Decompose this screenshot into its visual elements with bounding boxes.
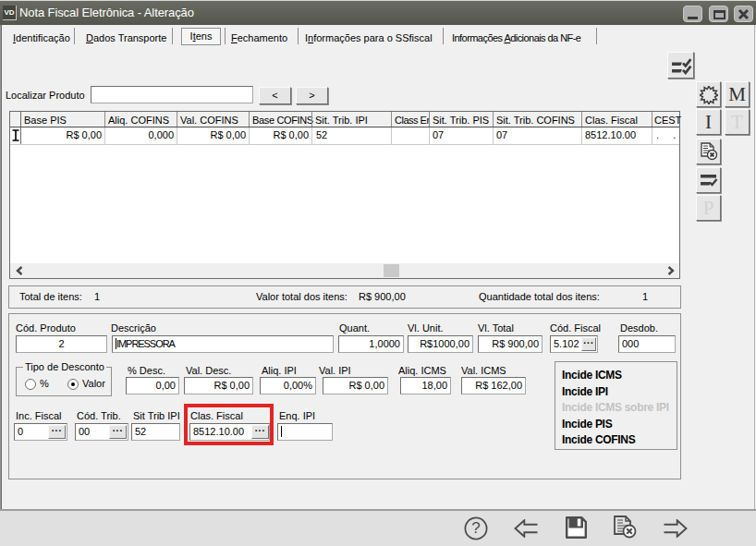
svg-text:?: ? xyxy=(471,519,480,537)
